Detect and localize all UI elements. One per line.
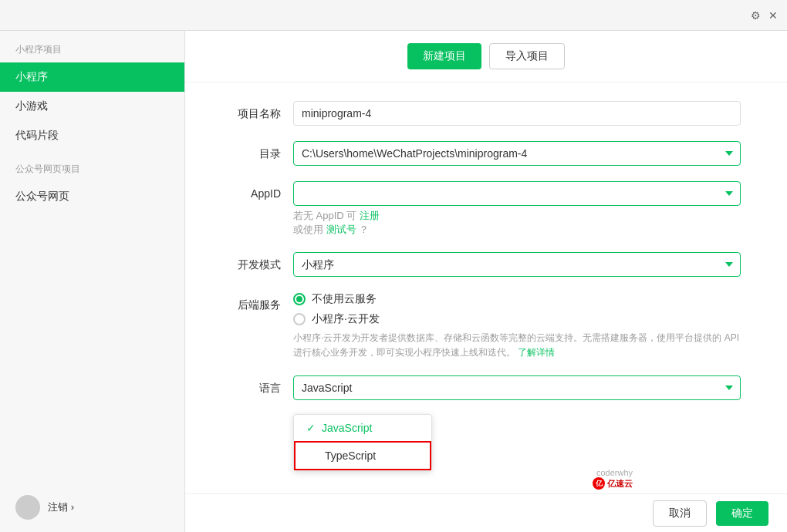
- sidebar: 小程序项目 小程序 小游戏 代码片段 公众号网页项目 公众号网页 注销 ›: [0, 31, 185, 532]
- language-select-wrap: JavaScript: [293, 375, 741, 400]
- confirm-button[interactable]: 确定: [716, 501, 768, 526]
- appid-register-link[interactable]: 注册: [360, 210, 380, 221]
- sidebar-bottom: 注销 ›: [0, 483, 184, 532]
- language-dropdown-overlay: ✓ JavaScript TypeScript: [293, 414, 432, 471]
- watermark-coder: coderwhy: [593, 468, 633, 477]
- radio-no-cloud-dot: [296, 296, 302, 302]
- dropdown-item-typescript[interactable]: TypeScript: [294, 441, 431, 470]
- appid-test-link[interactable]: 测试号: [326, 224, 356, 235]
- watermark-brand-text: 亿速云: [607, 478, 633, 490]
- appid-label: AppID: [231, 181, 293, 206]
- project-name-wrap: [293, 101, 741, 126]
- appid-input[interactable]: [293, 181, 741, 206]
- backend-option-cloud-dev[interactable]: 小程序·云开发: [293, 312, 741, 326]
- dropdown-typescript-label: TypeScript: [325, 450, 376, 462]
- form-row-backend: 后端服务 不使用云服务 小程序·云开发: [231, 292, 741, 360]
- language-select[interactable]: JavaScript: [293, 375, 741, 400]
- language-wrap: JavaScript: [293, 375, 741, 400]
- checkmark-icon: ✓: [306, 422, 316, 434]
- backend-no-cloud-label: 不使用云服务: [312, 292, 377, 306]
- devmode-wrap: 小程序: [293, 252, 741, 277]
- gear-icon[interactable]: ⚙: [751, 9, 761, 22]
- sidebar-item-officialaccount[interactable]: 公众号网页: [0, 182, 184, 211]
- directory-select-wrap: [293, 141, 741, 166]
- cloud-description: 小程序·云开发为开发者提供数据库、存储和云函数等完整的云端支持。无需搭建服务器，…: [293, 331, 741, 360]
- new-project-button[interactable]: 新建项目: [407, 43, 481, 69]
- watermark-area: coderwhy 亿 亿速云: [593, 468, 633, 490]
- appid-select-wrap: [293, 181, 741, 206]
- brand-logo-icon: 亿: [593, 477, 605, 490]
- watermark-brand-wrap: 亿 亿速云: [593, 477, 633, 490]
- appid-wrap: 若无 AppID 可 注册 或使用 测试号 ？: [293, 181, 741, 237]
- backend-label: 后端服务: [231, 292, 293, 317]
- logout-link[interactable]: 注销 ›: [48, 500, 74, 514]
- form-row-language: 语言 JavaScript: [231, 375, 741, 400]
- backend-option-no-cloud[interactable]: 不使用云服务: [293, 292, 741, 306]
- project-name-label: 项目名称: [231, 101, 293, 126]
- sidebar-item-minigame[interactable]: 小游戏: [0, 92, 184, 121]
- form-row-appid: AppID 若无 AppID 可 注册 或使用 测试号 ？: [231, 181, 741, 237]
- directory-input[interactable]: [293, 141, 741, 166]
- form-row-project-name: 项目名称: [231, 101, 741, 126]
- sidebar-item-codesnippet[interactable]: 代码片段: [0, 121, 184, 150]
- avatar: [15, 495, 40, 520]
- top-action-bar: 新建项目 导入项目: [185, 31, 787, 82]
- devmode-label: 开发模式: [231, 252, 293, 277]
- radio-no-cloud-circle: [293, 293, 306, 305]
- import-project-button[interactable]: 导入项目: [489, 43, 565, 69]
- bottom-bar: coderwhy 亿 亿速云 取消 确定: [185, 493, 787, 532]
- appid-hint-text1: 若无 AppID 可: [293, 210, 356, 221]
- app-window: ⚙ ✕ 小程序项目 小程序 小游戏 代码片段 公众号网页项目 公众号网页 注销 …: [0, 0, 787, 532]
- form-area: 项目名称 目录 App: [185, 82, 787, 493]
- backend-radio-group: 不使用云服务 小程序·云开发: [293, 292, 741, 326]
- content-area: 新建项目 导入项目 项目名称 目录: [185, 31, 787, 532]
- main-layout: 小程序项目 小程序 小游戏 代码片段 公众号网页项目 公众号网页 注销 › 新建…: [0, 31, 787, 532]
- title-bar: ⚙ ✕: [0, 0, 787, 31]
- cloud-learn-more-link[interactable]: 了解详情: [518, 347, 555, 358]
- dropdown-item-javascript[interactable]: ✓ JavaScript: [294, 415, 431, 441]
- close-icon[interactable]: ✕: [768, 9, 778, 22]
- form-row-directory: 目录: [231, 141, 741, 166]
- directory-label: 目录: [231, 141, 293, 166]
- dropdown-javascript-label: JavaScript: [322, 422, 372, 434]
- radio-cloud-circle: [293, 313, 306, 325]
- appid-hint-question: ？: [359, 224, 369, 235]
- directory-wrap: [293, 141, 741, 166]
- appid-hint-text2: 或使用: [293, 224, 323, 235]
- language-label: 语言: [231, 375, 293, 400]
- sidebar-section-official: 公众号网页项目: [0, 150, 184, 182]
- backend-cloud-label: 小程序·云开发: [312, 312, 380, 326]
- form-row-devmode: 开发模式 小程序: [231, 252, 741, 277]
- devmode-select-wrap: 小程序: [293, 252, 741, 277]
- devmode-select[interactable]: 小程序: [293, 252, 741, 277]
- sidebar-item-miniprogram[interactable]: 小程序: [0, 62, 184, 92]
- sidebar-section-miniprogram-project: 小程序项目: [0, 31, 184, 62]
- project-name-input[interactable]: [293, 101, 741, 126]
- appid-hint: 若无 AppID 可 注册 或使用 测试号 ？: [293, 209, 741, 237]
- cloud-desc-text: 小程序·云开发为开发者提供数据库、存储和云函数等完整的云端支持。无需搭建服务器，…: [293, 332, 739, 358]
- backend-wrap: 不使用云服务 小程序·云开发 小程序·云开发为开发者提供数据库、存储和云函数等完…: [293, 292, 741, 360]
- cancel-button[interactable]: 取消: [653, 500, 707, 527]
